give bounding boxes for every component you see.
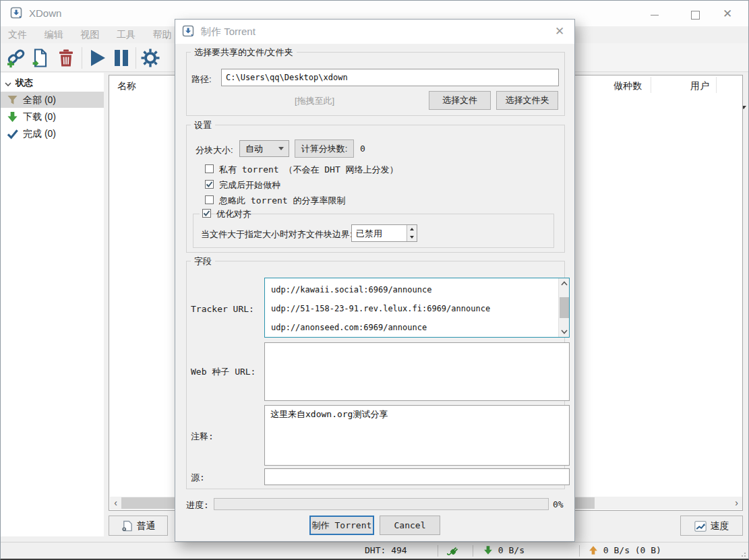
scroll-up-icon[interactable] bbox=[559, 278, 570, 288]
drag-drop-hint: [拖拽至此] bbox=[295, 95, 334, 107]
menu-help[interactable]: 帮助 bbox=[146, 26, 179, 44]
sidebar-item-downloading[interactable]: 下载 (0) bbox=[1, 108, 104, 125]
column-header-peers[interactable]: 用户 bbox=[690, 80, 709, 92]
piece-size-select[interactable]: 自动 bbox=[239, 140, 289, 157]
menu-file[interactable]: 文件 bbox=[1, 26, 34, 44]
fields-group: 字段 Tracker URL: udp://kawaii.social:6969… bbox=[186, 261, 565, 489]
add-torrent-file-button[interactable] bbox=[30, 48, 51, 68]
progress-bar bbox=[214, 498, 549, 510]
delete-button[interactable] bbox=[56, 48, 76, 68]
dropdown-caret-icon bbox=[278, 147, 284, 150]
column-separator bbox=[716, 77, 717, 93]
tracker-url-label: Tracker URL: bbox=[191, 304, 254, 314]
column-header-seeds[interactable]: 做种数 bbox=[613, 80, 642, 92]
settings-group-legend: 设置 bbox=[191, 119, 215, 131]
xdown-main-window: XDown ✕ 文件 编辑 视图 工具 帮助 bbox=[0, 0, 749, 560]
speed-chart-button[interactable]: 速度 bbox=[680, 516, 743, 536]
chevron-down-icon bbox=[5, 82, 11, 87]
make-torrent-dialog: 制作 Torrent ✕ 选择要共享的文件/文件夹 路径: [拖拽至此] 选择文… bbox=[175, 19, 575, 542]
close-button[interactable]: ✕ bbox=[716, 6, 739, 22]
select-file-button[interactable]: 选择文件 bbox=[429, 91, 491, 110]
down-arrow-icon bbox=[483, 545, 493, 555]
path-input[interactable] bbox=[221, 69, 559, 86]
sidebar-item-all[interactable]: 全部 (0) bbox=[1, 92, 104, 108]
fields-group-legend: 字段 bbox=[191, 255, 215, 268]
toolbar-separator bbox=[82, 47, 82, 69]
spinner-down-icon[interactable] bbox=[410, 236, 414, 239]
scroll-down-icon[interactable] bbox=[559, 327, 570, 337]
tracker-url-textarea[interactable]: udp://kawaii.social:6969/announce udp://… bbox=[264, 278, 570, 338]
upload-speed: 0 B/s (0 B) bbox=[589, 545, 661, 555]
webseed-url-label: Web 种子 URL: bbox=[191, 366, 256, 378]
menu-edit[interactable]: 编辑 bbox=[37, 26, 71, 44]
status-sidebar: 状态 全部 (0) 下载 (0) 完成 (0) bbox=[1, 73, 104, 536]
source-input[interactable] bbox=[264, 468, 570, 485]
piece-count-value: 0 bbox=[360, 144, 365, 154]
connection-plug-icon bbox=[447, 545, 460, 557]
dht-status: DHT: 494 bbox=[365, 545, 407, 555]
app-logo-icon bbox=[10, 7, 24, 20]
minimize-button[interactable] bbox=[643, 6, 666, 22]
checkbox-checked[interactable] bbox=[205, 180, 214, 189]
statusbar-separator bbox=[438, 545, 438, 557]
dialog-titlebar: 制作 Torrent ✕ bbox=[175, 20, 574, 44]
scrollbar-thumb[interactable] bbox=[560, 297, 569, 318]
align-boundary-label: 当文件大于指定大小时对齐文件块边界: bbox=[201, 228, 353, 241]
tracker-scrollbar[interactable] bbox=[558, 278, 569, 337]
settings-group: 设置 分块大小: 自动 计算分块数: 0 私有 torrent （不会在 DHT… bbox=[186, 125, 565, 253]
resize-grip[interactable] bbox=[740, 551, 746, 557]
statusbar-separator bbox=[473, 545, 473, 557]
calc-pieces-button[interactable]: 计算分块数: bbox=[295, 139, 354, 158]
piece-size-label: 分块大小: bbox=[196, 144, 233, 156]
scroll-left-icon[interactable]: ‹ bbox=[110, 497, 121, 509]
select-folder-button[interactable]: 选择文件夹 bbox=[496, 91, 558, 110]
cancel-button[interactable]: Cancel bbox=[380, 516, 440, 535]
webseed-url-textarea[interactable] bbox=[264, 342, 570, 401]
spinner-up-icon[interactable] bbox=[410, 228, 414, 230]
dialog-logo-icon bbox=[182, 25, 196, 38]
funnel-icon bbox=[7, 94, 18, 106]
normal-mode-button[interactable]: 普通 bbox=[109, 516, 168, 536]
line-chart-icon bbox=[694, 521, 707, 532]
add-link-button[interactable] bbox=[6, 48, 26, 68]
dialog-title: 制作 Torrent bbox=[201, 26, 256, 38]
statusbar-separator bbox=[579, 545, 580, 557]
checkbox-unchecked[interactable] bbox=[205, 164, 214, 173]
sidebar-status-header[interactable]: 状态 bbox=[5, 75, 33, 90]
column-header-name[interactable]: 名称 bbox=[117, 80, 136, 92]
download-arrow-icon bbox=[7, 111, 18, 123]
scroll-right-icon[interactable]: › bbox=[731, 497, 742, 509]
up-arrow-icon bbox=[589, 545, 598, 555]
dialog-close-icon[interactable]: ✕ bbox=[550, 24, 569, 40]
menu-view[interactable]: 视图 bbox=[73, 26, 107, 44]
spinner-buttons[interactable] bbox=[407, 225, 417, 241]
settings-gear-button[interactable] bbox=[140, 48, 160, 68]
menu-tools[interactable]: 工具 bbox=[109, 26, 143, 44]
share-group-legend: 选择要共享的文件/文件夹 bbox=[191, 46, 297, 59]
toolbar-separator bbox=[136, 47, 136, 69]
align-threshold-spinner[interactable]: 已禁用 bbox=[351, 224, 417, 242]
optimize-align-checkbox-row[interactable]: 优化对齐 bbox=[200, 208, 205, 219]
checkbox-checked[interactable] bbox=[202, 209, 211, 218]
progress-label: 进度: bbox=[186, 499, 209, 511]
statusbar: DHT: 494 0 B/s 0 B/s (0 B) bbox=[1, 542, 748, 559]
share-group: 选择要共享的文件/文件夹 路径: [拖拽至此] 选择文件 选择文件夹 bbox=[186, 52, 565, 116]
make-torrent-button[interactable]: 制作 Torrent bbox=[309, 516, 374, 535]
document-gear-icon bbox=[121, 520, 133, 532]
maximize-button[interactable] bbox=[684, 6, 707, 22]
checkbox-unchecked[interactable] bbox=[205, 195, 214, 204]
column-separator bbox=[651, 77, 651, 93]
start-button[interactable] bbox=[87, 48, 107, 68]
comment-label: 注释: bbox=[191, 431, 214, 443]
path-label: 路径: bbox=[191, 73, 212, 86]
check-icon bbox=[7, 128, 18, 139]
app-title: XDown bbox=[29, 7, 61, 19]
progress-percent: 0% bbox=[553, 499, 564, 509]
sidebar-item-completed[interactable]: 完成 (0) bbox=[1, 125, 104, 142]
download-speed: 0 B/s bbox=[483, 545, 525, 555]
pause-button[interactable] bbox=[111, 48, 131, 68]
comment-textarea[interactable]: 这里来自xdown.org测试分享 bbox=[264, 405, 570, 466]
source-label: 源: bbox=[191, 472, 205, 484]
